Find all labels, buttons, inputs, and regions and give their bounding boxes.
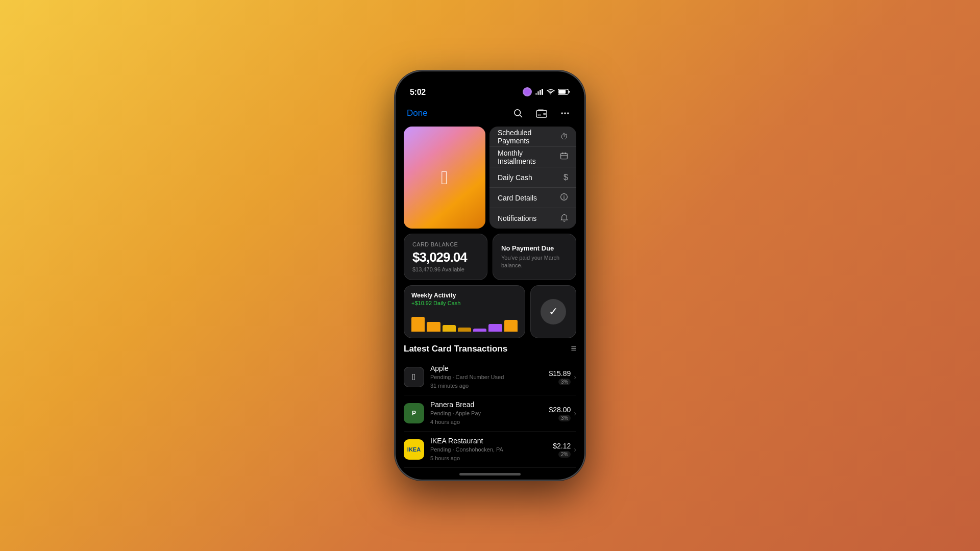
apple-logo-on-card:  — [441, 167, 448, 189]
screen: 5:02 — [396, 71, 584, 480]
chevron-right-icon: › — [574, 409, 576, 417]
memoji-icon — [522, 87, 532, 97]
home-indicator — [459, 473, 521, 475]
scheduled-payments-label: Scheduled Payments — [498, 129, 560, 145]
card-dropdown-row:  Scheduled Payments ⏱ Monthly Installme… — [404, 127, 576, 229]
wallet-button[interactable]: 123 — [533, 105, 550, 121]
transaction-name: IKEA Restaurant — [430, 437, 553, 445]
balance-row: Card Balance $3,029.04 $13,470.96 Availa… — [404, 234, 576, 280]
nav-bar: Done 123 — [396, 101, 584, 127]
ellipsis-icon — [560, 108, 570, 118]
bar-chart — [411, 310, 518, 332]
chart-bar — [427, 322, 440, 332]
chart-bar — [443, 325, 456, 332]
transaction-time: 31 minutes ago — [430, 382, 549, 390]
transaction-status: Pending · Card Number Used — [430, 373, 549, 382]
transaction-amount: $28.00 — [549, 406, 571, 414]
transaction-right: $15.89 3% — [549, 369, 571, 385]
cashback-badge: 2% — [558, 451, 571, 458]
transaction-list:  Apple Pending · Card Number Used 31 mi… — [404, 359, 576, 468]
daily-cash-label: Daily Cash — [498, 173, 532, 182]
wifi-icon — [547, 89, 555, 95]
status-icons — [522, 87, 570, 97]
monthly-installments-icon — [560, 152, 568, 162]
transaction-time: 4 hours ago — [430, 418, 549, 427]
transaction-amount: $15.89 — [549, 369, 571, 378]
transaction-info: IKEA Restaurant Pending · Conshohocken, … — [430, 437, 553, 462]
svg-rect-5 — [542, 89, 543, 95]
card-details-label: Card Details — [498, 194, 537, 202]
checkmark-icon: ✓ — [549, 305, 558, 318]
dropdown-menu: Scheduled Payments ⏱ Monthly Installment… — [489, 127, 576, 229]
notifications-label: Notifications — [498, 214, 536, 222]
svg-rect-17 — [561, 153, 568, 159]
scheduled-payments-icon: ⏱ — [560, 132, 568, 141]
more-button[interactable] — [557, 105, 573, 121]
notifications-item[interactable]: Notifications — [489, 208, 576, 229]
transaction-logo: IKEA — [404, 439, 424, 460]
monthly-installments-label: Monthly Installments — [498, 149, 560, 165]
activity-row: Weekly Activity +$10.92 Daily Cash ✓ — [404, 285, 576, 338]
notifications-icon — [560, 214, 568, 223]
transaction-item[interactable]: P Panera Bread Pending · Apple Pay 4 hou… — [404, 395, 576, 432]
transaction-item[interactable]: IKEA IKEA Restaurant Pending · Conshohoc… — [404, 432, 576, 468]
svg-rect-18 — [562, 153, 564, 154]
filter-icon[interactable]: ≡ — [571, 343, 576, 354]
transactions-section: Latest Card Transactions ≡  Apple Pendi… — [404, 343, 576, 468]
svg-point-23 — [564, 195, 565, 196]
svg-point-15 — [564, 112, 566, 114]
checkmark-circle: ✓ — [541, 299, 566, 324]
search-icon — [513, 108, 523, 118]
svg-point-14 — [561, 112, 563, 114]
svg-rect-3 — [537, 91, 539, 95]
svg-point-1 — [524, 89, 530, 95]
no-payment-subtitle: You've paid your March balance. — [501, 254, 568, 270]
chart-bar — [411, 317, 425, 332]
daily-cash-item[interactable]: Daily Cash $ — [489, 167, 576, 188]
transaction-logo:  — [404, 367, 424, 387]
transaction-name: Apple — [430, 364, 549, 372]
transaction-info: Apple Pending · Card Number Used 31 minu… — [430, 364, 549, 390]
status-time: 5:02 — [410, 88, 426, 97]
balance-label: Card Balance — [412, 241, 479, 247]
wallet-icon: 123 — [536, 108, 547, 118]
transaction-status: Pending · Conshohocken, PA — [430, 445, 553, 454]
activity-subtitle: +$10.92 Daily Cash — [411, 300, 518, 306]
svg-rect-12 — [543, 113, 546, 115]
transaction-time: 5 hours ago — [430, 454, 553, 463]
svg-text:123: 123 — [537, 114, 541, 116]
transaction-item[interactable]:  Apple Pending · Card Number Used 31 mi… — [404, 359, 576, 395]
card-details-item[interactable]: Card Details — [489, 188, 576, 208]
monthly-installments-item[interactable]: Monthly Installments — [489, 147, 576, 167]
card-details-icon — [560, 193, 568, 203]
phone-shell: 5:02 — [396, 71, 584, 480]
apple-card[interactable]:  — [404, 127, 485, 229]
daily-cash-icon: $ — [564, 173, 568, 182]
svg-rect-7 — [558, 90, 566, 93]
no-payment-card[interactable]: No Payment Due You've paid your March ba… — [493, 234, 576, 280]
balance-card[interactable]: Card Balance $3,029.04 $13,470.96 Availa… — [404, 234, 487, 280]
checkmark-card[interactable]: ✓ — [530, 285, 576, 338]
scheduled-payments-item[interactable]: Scheduled Payments ⏱ — [489, 127, 576, 147]
svg-point-16 — [567, 112, 569, 114]
done-button[interactable]: Done — [407, 108, 428, 118]
transaction-right: $28.00 3% — [549, 406, 571, 421]
search-button[interactable] — [510, 105, 526, 121]
svg-rect-4 — [540, 90, 541, 95]
transactions-title: Latest Card Transactions — [404, 344, 507, 354]
chart-bar — [504, 320, 518, 332]
chart-bar — [473, 329, 486, 332]
cashback-badge: 3% — [558, 379, 571, 385]
transaction-status: Pending · Apple Pay — [430, 409, 549, 418]
activity-title: Weekly Activity — [411, 292, 518, 299]
transaction-name: Panera Bread — [430, 400, 549, 409]
svg-rect-19 — [565, 153, 566, 154]
battery-icon — [558, 89, 570, 95]
transactions-header: Latest Card Transactions ≡ — [404, 343, 576, 354]
chart-bar — [458, 328, 471, 332]
chevron-right-icon: › — [574, 445, 576, 454]
svg-line-9 — [520, 115, 522, 117]
transaction-info: Panera Bread Pending · Apple Pay 4 hours… — [430, 400, 549, 426]
dynamic-island — [459, 78, 521, 95]
weekly-activity-card[interactable]: Weekly Activity +$10.92 Daily Cash — [404, 285, 525, 338]
